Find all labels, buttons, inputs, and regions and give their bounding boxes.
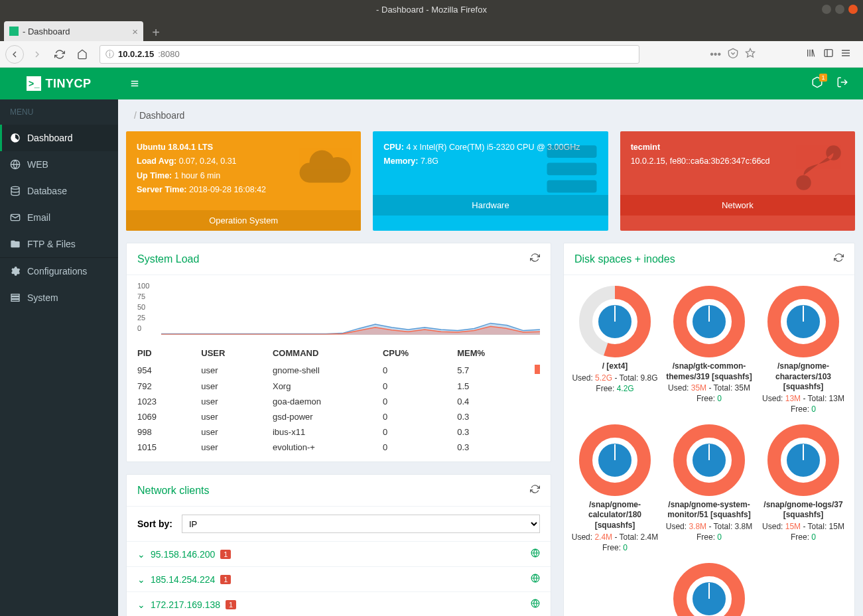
star-icon[interactable] bbox=[745, 48, 756, 61]
sidebar-item-label: WEB bbox=[27, 159, 48, 170]
more-icon[interactable]: ••• bbox=[710, 48, 721, 60]
process-table: PID USER COMMAND CPU% MEM% 954usergnome-… bbox=[127, 344, 551, 455]
sidebar-item-label: Dashboard bbox=[27, 133, 73, 143]
tab-favicon bbox=[9, 27, 19, 36]
svg-rect-10 bbox=[547, 180, 596, 193]
client-row[interactable]: ⌄185.14.254.2241 bbox=[127, 566, 551, 591]
globe-icon[interactable] bbox=[531, 548, 540, 560]
sidebar: MENU Dashboard WEB Database Email FTP & … bbox=[0, 99, 118, 616]
new-tab-button[interactable]: + bbox=[147, 24, 165, 41]
home-button[interactable] bbox=[73, 45, 92, 64]
brand-text: TINYCP bbox=[45, 77, 91, 91]
panel-title: Disk spaces + inodes bbox=[574, 253, 675, 265]
cpu-label: CPU: bbox=[383, 143, 404, 152]
os-title: Ubuntu 18.04.1 LTS bbox=[137, 143, 213, 152]
mem-value: 7.8G bbox=[421, 156, 438, 166]
refresh-button[interactable] bbox=[834, 253, 844, 265]
tab-close-icon[interactable]: × bbox=[132, 26, 138, 37]
client-ip: 95.158.146.200 bbox=[151, 549, 215, 560]
sidebar-item-ftp[interactable]: FTP & Files bbox=[0, 231, 118, 257]
disk-name: /snap/gnome-characters/103 [squashfs] bbox=[760, 361, 847, 393]
th-cmd: COMMAND bbox=[262, 344, 372, 362]
y-tick: 50 bbox=[137, 303, 145, 311]
sidebar-item-label: Configurations bbox=[27, 266, 87, 277]
sidebar-item-dashboard[interactable]: Dashboard bbox=[0, 125, 118, 151]
back-button[interactable] bbox=[5, 45, 24, 64]
brand-icon: >_ bbox=[27, 76, 41, 91]
disk-item: /snap/gnome-calculator/180 [squashfs]Use… bbox=[568, 420, 661, 556]
tab-title: - Dashboard bbox=[23, 27, 70, 36]
svg-rect-9 bbox=[547, 163, 596, 176]
disk-name: / [ext4] bbox=[571, 361, 659, 372]
svg-point-3 bbox=[11, 186, 19, 189]
table-row: 998useribus-x1100.3 bbox=[127, 424, 551, 440]
sidebar-item-config[interactable]: Configurations bbox=[0, 258, 118, 284]
client-ip: 172.217.169.138 bbox=[151, 599, 220, 610]
refresh-button[interactable] bbox=[530, 253, 540, 265]
sidebar-menu-label: MENU bbox=[0, 99, 118, 125]
client-count: 1 bbox=[226, 600, 236, 609]
sort-select[interactable]: IP bbox=[182, 515, 540, 533]
sidebar-item-email[interactable]: Email bbox=[0, 204, 118, 231]
os-title: - Dashboard - Mozilla Firefox bbox=[376, 5, 487, 15]
logout-icon[interactable] bbox=[836, 76, 848, 91]
y-tick: 75 bbox=[137, 292, 145, 300]
menu-icon[interactable] bbox=[840, 48, 851, 61]
sidebar-item-web[interactable]: WEB bbox=[0, 151, 118, 178]
app-topbar: >_ TINYCP 1 bbox=[0, 68, 863, 99]
close-window-button[interactable] bbox=[848, 5, 858, 14]
maximize-button[interactable] bbox=[835, 5, 844, 14]
donut-chart bbox=[767, 424, 839, 496]
card-hardware[interactable]: CPU: 4 x Intel(R) Core(TM) i5-2320 CPU @… bbox=[373, 131, 608, 231]
client-row[interactable]: ⌄95.158.146.2001 bbox=[127, 541, 551, 566]
package-icon[interactable]: 1 bbox=[811, 76, 823, 91]
cloud-icon bbox=[295, 138, 354, 200]
globe-icon[interactable] bbox=[531, 574, 540, 585]
sidebar-item-database[interactable]: Database bbox=[0, 178, 118, 204]
th-user: USER bbox=[190, 344, 262, 362]
disk-name: /snap/gnome-calculator/180 [squashfs] bbox=[571, 500, 659, 531]
panel-title: System Load bbox=[137, 253, 199, 265]
svg-rect-6 bbox=[11, 297, 19, 299]
servertime-label: Server Time: bbox=[137, 185, 187, 194]
panel-disks: Disk spaces + inodes / [ext4]Used: 5.2G … bbox=[563, 243, 855, 616]
browser-tab[interactable]: - Dashboard × bbox=[4, 21, 143, 41]
mem-label: Memory: bbox=[383, 156, 418, 166]
forward-button[interactable] bbox=[28, 45, 46, 64]
donut-chart bbox=[673, 424, 745, 496]
disk-name: /snap/gtk-common-themes/319 [squashfs] bbox=[665, 361, 753, 382]
url-input[interactable]: ⓘ 10.0.2.15:8080 bbox=[100, 45, 639, 64]
pocket-icon[interactable] bbox=[728, 48, 738, 61]
disk-item: /snap/gnome-logs/37 [squashfs]Used: 15M … bbox=[757, 420, 850, 556]
globe-icon[interactable] bbox=[531, 599, 540, 610]
card-network[interactable]: tecmint 10.0.2.15, fe80::ca6a:3b26:347c:… bbox=[620, 131, 855, 231]
donut-chart bbox=[767, 286, 839, 357]
client-count: 1 bbox=[220, 550, 231, 559]
servertime-value: 2018-09-28 16:08:42 bbox=[189, 185, 266, 194]
refresh-button[interactable] bbox=[530, 484, 540, 497]
disk-item: / [ext4]Used: 5.2G - Total: 9.8GFree: 4.… bbox=[568, 282, 661, 418]
server-icon bbox=[542, 138, 602, 200]
os-titlebar: - Dashboard - Mozilla Firefox bbox=[0, 0, 863, 19]
browser-tabstrip: - Dashboard × + bbox=[0, 19, 863, 41]
donut-chart bbox=[673, 286, 745, 357]
reload-button[interactable] bbox=[50, 45, 69, 64]
client-row[interactable]: ⌄172.217.169.1381 bbox=[127, 591, 551, 616]
brand-logo[interactable]: >_ TINYCP bbox=[0, 68, 118, 99]
table-row: 1015userevolution-+00.3 bbox=[127, 440, 551, 455]
chevron-down-icon: ⌄ bbox=[137, 574, 145, 585]
load-chart: 1007550250 bbox=[127, 275, 551, 344]
load-value: 0.07, 0.24, 0.31 bbox=[179, 156, 237, 166]
minimize-button[interactable] bbox=[822, 5, 831, 14]
library-icon[interactable] bbox=[806, 48, 817, 61]
sidebar-collapse-button[interactable] bbox=[118, 68, 151, 99]
th-cpu: CPU% bbox=[372, 344, 446, 362]
svg-rect-5 bbox=[11, 294, 19, 296]
card-footer: Operation System bbox=[126, 210, 361, 231]
svg-rect-1 bbox=[825, 49, 832, 56]
card-os[interactable]: Ubuntu 18.04.1 LTS Load Avg: 0.07, 0.24,… bbox=[126, 131, 361, 231]
sidebar-item-system[interactable]: System bbox=[0, 284, 118, 311]
panel-system-load: System Load 1007550250 PID USER COMMAND bbox=[126, 243, 551, 462]
sidebar-toggle-icon[interactable] bbox=[823, 48, 834, 61]
chevron-down-icon: ⌄ bbox=[137, 549, 145, 560]
